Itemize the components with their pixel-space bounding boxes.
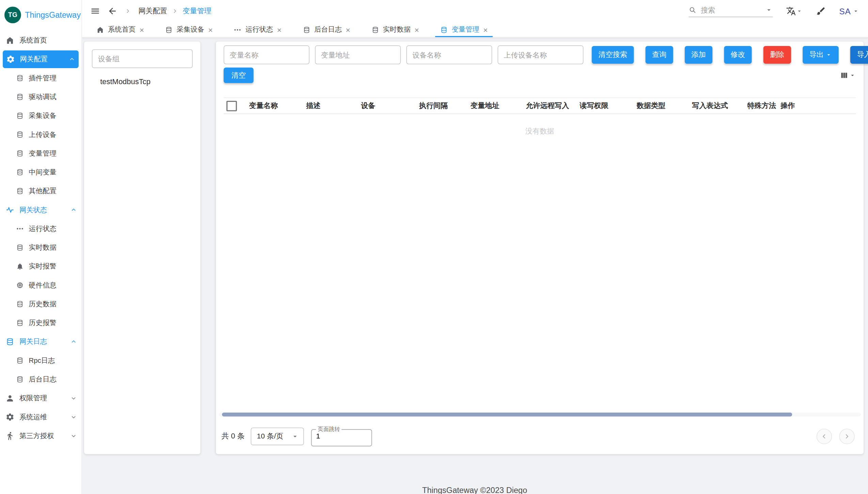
- filter-variable-name-input[interactable]: [224, 45, 310, 64]
- query-button[interactable]: 查询: [645, 46, 673, 64]
- tab-label: 运行状态: [246, 25, 273, 34]
- sidebar-item-home[interactable]: 系统首页: [0, 31, 81, 50]
- delete-button[interactable]: 删除: [763, 46, 791, 64]
- database-search-icon: [16, 375, 24, 383]
- page-size-select[interactable]: 10 条/页: [251, 428, 304, 445]
- sidebar-item-variable-management[interactable]: 变量管理: [0, 144, 81, 163]
- edit-button[interactable]: 修改: [724, 46, 752, 64]
- chevron-right-icon: [843, 433, 851, 441]
- breadcrumb-current[interactable]: 变量管理: [183, 6, 211, 16]
- sidebar-group-third-party-auth[interactable]: 第三方授权: [0, 427, 81, 445]
- table-body: 没有数据: [216, 114, 864, 136]
- sidebar-item-driver-debug[interactable]: 驱动调试: [0, 88, 81, 106]
- device-group-search-input[interactable]: [92, 49, 193, 68]
- add-button[interactable]: 添加: [685, 46, 712, 64]
- filter-device-name-input[interactable]: [406, 45, 492, 64]
- close-icon[interactable]: ×: [277, 26, 281, 34]
- sidebar-item-upload-device[interactable]: 上传设备: [0, 125, 81, 144]
- next-page-button[interactable]: [839, 429, 855, 444]
- translate-icon: [786, 6, 796, 16]
- device-tree-item[interactable]: testModbusTcp: [92, 78, 193, 86]
- sidebar-group-gateway-status[interactable]: 网关状态: [0, 200, 81, 219]
- sidebar-item-realtime-data[interactable]: 实时数据: [0, 238, 81, 257]
- horizontal-scrollbar-thumb[interactable]: [222, 413, 792, 416]
- export-button[interactable]: 导出: [803, 46, 839, 64]
- sidebar-item-running-status[interactable]: 运行状态: [0, 219, 81, 238]
- sidebar-item-collect-device[interactable]: 采集设备: [0, 106, 81, 125]
- close-icon[interactable]: ×: [414, 26, 419, 34]
- sidebar-group-gateway-logs[interactable]: 网关日志: [0, 332, 81, 351]
- column-header: 变量名称: [249, 101, 306, 111]
- clear-search-button[interactable]: 清空搜索: [592, 46, 634, 64]
- close-icon[interactable]: ×: [483, 26, 488, 34]
- status-dots-icon: [234, 26, 242, 34]
- column-header: 变量地址: [471, 101, 526, 111]
- chevron-left-icon: [820, 433, 828, 441]
- breadcrumb-parent: 网关配置: [138, 6, 167, 16]
- sidebar-item-hardware-info[interactable]: 硬件信息: [0, 276, 81, 295]
- sidebar-group-permission-management[interactable]: 权限管理: [0, 389, 81, 407]
- tab-label: 实时数据: [383, 25, 411, 34]
- column-settings-button[interactable]: [840, 71, 856, 80]
- sidebar-item-plugin-management[interactable]: 插件管理: [0, 69, 81, 88]
- sidebar-item-history-data[interactable]: 历史数据: [0, 295, 81, 313]
- chevron-down-icon: [70, 433, 77, 439]
- theme-button[interactable]: [816, 6, 826, 16]
- sidebar-group-label: 网关状态: [19, 205, 47, 215]
- sidebar-item-label: 上传设备: [29, 130, 57, 139]
- page-size-value: 10 条/页: [257, 431, 283, 441]
- sidebar-item-label: 采集设备: [29, 111, 57, 121]
- page-jump-input[interactable]: [316, 432, 360, 440]
- back-button[interactable]: [107, 6, 117, 16]
- caret-down-icon[interactable]: [765, 6, 773, 14]
- tab-label: 采集设备: [177, 25, 204, 34]
- footer-copyright: ThingsGateway ©2023 Diego: [81, 486, 868, 494]
- caret-down-icon: [825, 51, 832, 58]
- close-icon[interactable]: ×: [140, 26, 144, 34]
- column-header: 执行间隔: [419, 101, 471, 111]
- database-search-icon: [302, 26, 310, 34]
- sidebar-item-history-alarm[interactable]: 历史报警: [0, 313, 81, 332]
- select-all-checkbox[interactable]: [226, 101, 237, 111]
- breadcrumb: 网关配置 变量管理: [138, 6, 211, 16]
- chevron-up-icon: [70, 338, 77, 345]
- sidebar-item-rpc-log[interactable]: Rpc日志: [0, 351, 81, 370]
- brand: TG ThingsGateway: [0, 0, 81, 31]
- tab-running-status[interactable]: 运行状态 ×: [229, 22, 286, 37]
- tab-realtime-data[interactable]: 实时数据 ×: [366, 22, 424, 37]
- import-button[interactable]: 导入: [850, 46, 868, 64]
- search-input[interactable]: [700, 5, 753, 15]
- filter-upload-device-input[interactable]: [498, 45, 583, 64]
- horizontal-scrollbar: [219, 413, 861, 416]
- global-search: [689, 5, 773, 17]
- sidebar-item-intermediate-variable[interactable]: 中间变量: [0, 163, 81, 182]
- second-toolbar-row: 清空: [224, 67, 856, 83]
- tab-backend-log[interactable]: 后台日志 ×: [298, 22, 355, 37]
- language-button[interactable]: [786, 6, 803, 16]
- close-icon[interactable]: ×: [346, 26, 350, 34]
- sidebar-group-system-ops[interactable]: 系统运维: [0, 407, 81, 426]
- clear-button[interactable]: 清空: [224, 67, 254, 83]
- chevron-down-icon: [70, 395, 77, 402]
- database-search-icon: [16, 357, 24, 365]
- sidebar-item-realtime-alarm[interactable]: 实时报警: [0, 257, 81, 276]
- hamburger-menu-button[interactable]: [90, 6, 100, 16]
- tab-label: 后台日志: [314, 25, 342, 34]
- close-icon[interactable]: ×: [208, 26, 213, 34]
- user-menu[interactable]: SA: [839, 6, 859, 16]
- sidebar-item-label: 后台日志: [29, 375, 57, 384]
- sidebar: TG ThingsGateway 系统首页 网关配置 插件管理 驱动调试: [0, 0, 82, 494]
- tab-home[interactable]: 系统首页 ×: [91, 22, 149, 37]
- sidebar-item-backend-log[interactable]: 后台日志: [0, 370, 81, 389]
- sidebar-group-gateway-config[interactable]: 网关配置: [3, 50, 79, 68]
- column-header: 设备: [361, 101, 419, 111]
- caret-down-icon: [291, 433, 299, 441]
- tab-collect-device[interactable]: 采集设备 ×: [160, 22, 218, 37]
- sidebar-item-other-config[interactable]: 其他配置: [0, 182, 81, 200]
- database-gear-icon: [16, 131, 24, 139]
- tab-variable-management[interactable]: 变量管理 ×: [435, 22, 493, 37]
- person-icon: [5, 394, 14, 403]
- filter-variable-address-input[interactable]: [315, 45, 401, 64]
- prev-page-button[interactable]: [817, 429, 832, 444]
- sidebar-item-label: 驱动调试: [29, 92, 57, 102]
